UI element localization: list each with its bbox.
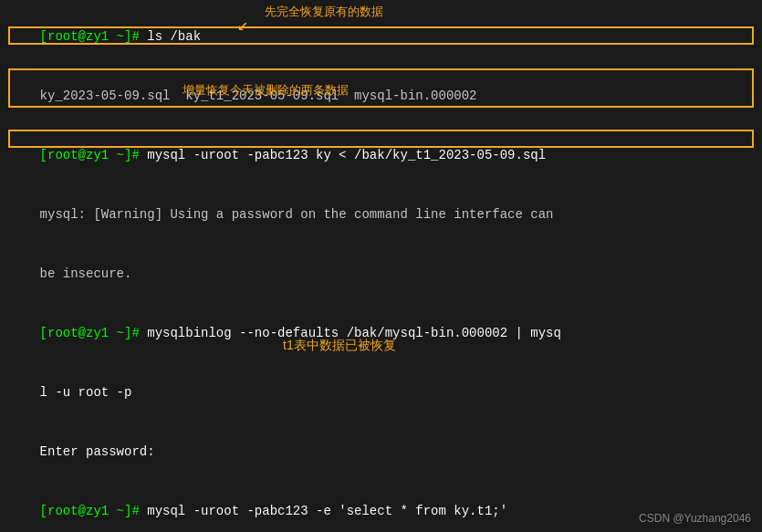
cmd-8: Enter password: xyxy=(40,444,155,459)
cmd-3: mysql -uroot -pabc123 ky < /bak/ky_t1_20… xyxy=(147,148,546,162)
terminal-line-2: ky_2023-05-09.sql ky_t1_2023-05-09.sql m… xyxy=(9,67,753,126)
watermark: CSDN @Yuzhang2046 xyxy=(639,512,751,525)
cmd-9: mysql -uroot -pabc123 -e 'select * from … xyxy=(147,504,507,518)
prompt-3: [root@zy1 ~]# xyxy=(40,148,148,162)
annotation-incremental-restore: 增量恢复今天被删除的两条数据 xyxy=(183,82,349,99)
terminal-line-3: [root@zy1 ~]# mysql -uroot -pabc123 ky <… xyxy=(9,126,753,185)
prompt-1: [root@zy1 ~]# xyxy=(40,29,148,44)
prompt-6: [root@zy1 ~]# xyxy=(40,326,148,340)
arrow-icon-1: ↙ xyxy=(237,16,248,35)
prompt-9: [root@zy1 ~]# xyxy=(40,504,148,518)
terminal-line-8: Enter password: xyxy=(9,422,753,482)
terminal-line-6: [root@zy1 ~]# mysqlbinlog --no-defaults … xyxy=(9,304,753,363)
terminal-line-7: l -u root -p xyxy=(9,363,753,422)
terminal-line-5: be insecure. xyxy=(9,245,753,304)
cmd-7: l -u root -p xyxy=(40,385,132,400)
terminal-line-4: mysql: [Warning] Using a password on the… xyxy=(9,185,753,245)
output-4: mysql: [Warning] Using a password on the… xyxy=(40,207,554,222)
annotation-data-restored: t1表中数据已被恢复 xyxy=(283,338,396,354)
annotation-full-restore: 先完全恢复原有的数据 xyxy=(265,4,383,20)
output-5: be insecure. xyxy=(40,266,132,281)
terminal: [root@zy1 ~]# ls /bak ky_2023-05-09.sql … xyxy=(0,0,762,532)
cmd-1: ls /bak xyxy=(147,29,201,44)
